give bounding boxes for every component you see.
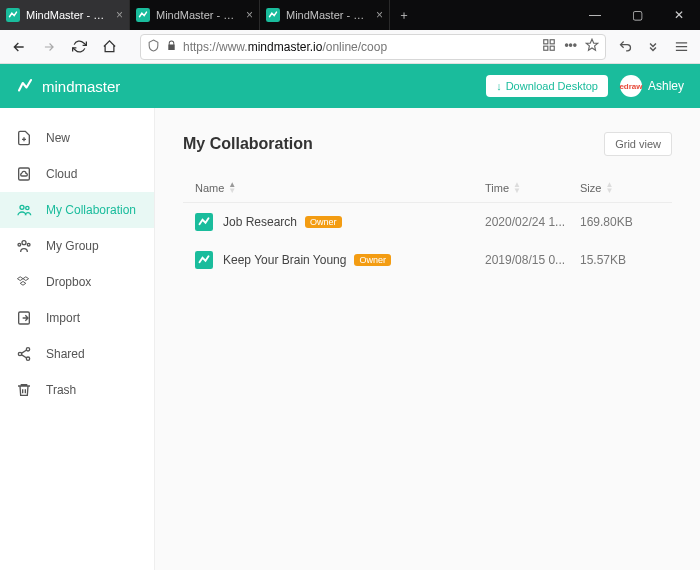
sort-icon: ▲▼	[513, 182, 521, 193]
svg-point-9	[26, 206, 29, 209]
close-window-icon[interactable]: ✕	[658, 0, 700, 30]
table-header: Name ▲▼ Time ▲▼ Size ▲▼	[183, 174, 672, 203]
file-time: 2019/08/15 0...	[485, 253, 580, 267]
app-header: mindmaster ↓ Download Desktop edraw Ashl…	[0, 64, 700, 108]
owner-badge: Owner	[305, 216, 342, 228]
brand-name: mindmaster	[42, 78, 120, 95]
sidebar-item-label: Import	[46, 311, 80, 325]
sidebar-item-label: Shared	[46, 347, 85, 361]
sidebar-item-import[interactable]: Import	[0, 300, 154, 336]
svg-point-10	[22, 241, 26, 245]
main-content: My Collaboration Grid view Name ▲▼ Time …	[155, 108, 700, 570]
lock-icon	[166, 40, 177, 54]
bookmark-icon[interactable]	[585, 38, 599, 55]
mindmap-file-icon	[195, 213, 213, 231]
download-desktop-button[interactable]: ↓ Download Desktop	[486, 75, 608, 97]
mindmap-file-icon	[195, 251, 213, 269]
tab-favicon-icon	[6, 8, 20, 22]
maximize-icon[interactable]: ▢	[616, 0, 658, 30]
sidebar-item-label: My Collaboration	[46, 203, 136, 217]
import-icon	[16, 310, 32, 326]
col-header-name[interactable]: Name ▲▼	[195, 182, 485, 194]
file-name: Keep Your Brain Young	[223, 253, 346, 267]
svg-rect-3	[544, 40, 548, 44]
forward-icon[interactable]	[38, 36, 60, 58]
svg-point-8	[20, 205, 24, 209]
sidebar-item-label: Dropbox	[46, 275, 91, 289]
sidebar-item-shared[interactable]: Shared	[0, 336, 154, 372]
browser-titlebar: MindMaster - Online Mind M × MindMaster …	[0, 0, 700, 30]
owner-badge: Owner	[354, 254, 391, 266]
download-label: Download Desktop	[506, 80, 598, 92]
svg-point-11	[18, 243, 21, 246]
avatar: edraw	[620, 75, 642, 97]
reader-icon[interactable]	[542, 38, 556, 55]
sidebar-item-cloud[interactable]: Cloud	[0, 156, 154, 192]
svg-rect-6	[551, 46, 555, 50]
sidebar-item-label: New	[46, 131, 70, 145]
svg-rect-4	[551, 40, 555, 44]
sidebar: New Cloud My Collaboration My Group Drop…	[0, 108, 155, 570]
sidebar-item-new[interactable]: New	[0, 120, 154, 156]
sidebar-item-label: Trash	[46, 383, 76, 397]
download-icon: ↓	[496, 80, 502, 92]
file-size: 15.57KB	[580, 253, 660, 267]
sort-icon: ▲▼	[605, 182, 613, 193]
url-bar[interactable]: https://www.mindmaster.io/online/coop ••…	[140, 34, 606, 60]
minimize-icon[interactable]: —	[574, 0, 616, 30]
back-icon[interactable]	[8, 36, 30, 58]
trash-icon	[16, 382, 32, 398]
browser-tab-1[interactable]: MindMaster - Online Mind M ×	[0, 0, 130, 30]
svg-rect-5	[544, 46, 548, 50]
browser-tab-2[interactable]: MindMaster - Online Mind M ×	[130, 0, 260, 30]
menu-icon[interactable]	[670, 36, 692, 58]
tab-title: MindMaster - Online Mind M	[26, 9, 110, 21]
cloud-icon	[16, 166, 32, 182]
table-row[interactable]: Keep Your Brain Young Owner 2019/08/15 0…	[183, 241, 672, 279]
file-time: 2020/02/24 1...	[485, 215, 580, 229]
browser-tab-3[interactable]: MindMaster - Online Mind M ×	[260, 0, 390, 30]
file-plus-icon	[16, 130, 32, 146]
home-icon[interactable]	[98, 36, 120, 58]
close-icon[interactable]: ×	[376, 8, 383, 22]
file-name: Job Research	[223, 215, 297, 229]
col-header-size[interactable]: Size ▲▼	[580, 182, 660, 194]
brand[interactable]: mindmaster	[16, 77, 120, 95]
close-icon[interactable]: ×	[116, 8, 123, 22]
browser-toolbar: https://www.mindmaster.io/online/coop ••…	[0, 30, 700, 64]
new-tab-button[interactable]: ＋	[390, 0, 418, 30]
user-menu[interactable]: edraw Ashley	[620, 75, 684, 97]
overflow-icon[interactable]	[642, 36, 664, 58]
sidebar-item-label: My Group	[46, 239, 99, 253]
share-icon	[16, 346, 32, 362]
svg-point-12	[27, 243, 30, 246]
window-controls: — ▢ ✕	[574, 0, 700, 30]
sidebar-item-label: Cloud	[46, 167, 77, 181]
file-size: 169.80KB	[580, 215, 660, 229]
undo-icon[interactable]	[614, 36, 636, 58]
sidebar-item-dropbox[interactable]: Dropbox	[0, 264, 154, 300]
tab-favicon-icon	[136, 8, 150, 22]
file-table: Name ▲▼ Time ▲▼ Size ▲▼ Job Research	[183, 174, 672, 279]
sidebar-item-collaboration[interactable]: My Collaboration	[0, 192, 154, 228]
tab-favicon-icon	[266, 8, 280, 22]
group-icon	[16, 238, 32, 254]
sidebar-item-group[interactable]: My Group	[0, 228, 154, 264]
username: Ashley	[648, 79, 684, 93]
shield-icon	[147, 39, 160, 55]
table-row[interactable]: Job Research Owner 2020/02/24 1... 169.8…	[183, 203, 672, 241]
col-header-time[interactable]: Time ▲▼	[485, 182, 580, 194]
grid-view-button[interactable]: Grid view	[604, 132, 672, 156]
more-icon[interactable]: •••	[564, 38, 577, 55]
users-icon	[16, 202, 32, 218]
close-icon[interactable]: ×	[246, 8, 253, 22]
sort-icon: ▲▼	[228, 182, 236, 193]
page-title: My Collaboration	[183, 135, 313, 153]
tab-title: MindMaster - Online Mind M	[286, 9, 370, 21]
tab-title: MindMaster - Online Mind M	[156, 9, 240, 21]
sidebar-item-trash[interactable]: Trash	[0, 372, 154, 408]
dropbox-icon	[16, 274, 32, 290]
brand-icon	[16, 77, 34, 95]
reload-icon[interactable]	[68, 36, 90, 58]
url-text: https://www.mindmaster.io/online/coop	[183, 40, 536, 54]
